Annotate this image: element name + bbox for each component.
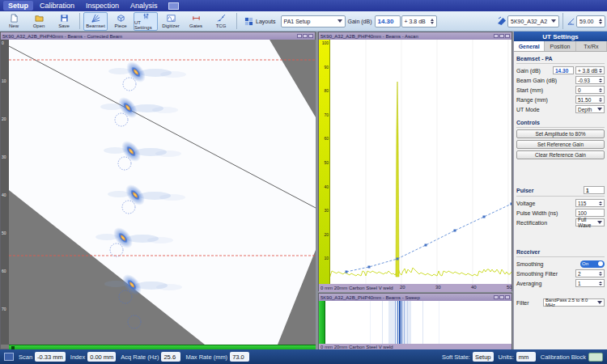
averaging-stepper[interactable]: 1 [575,279,605,287]
sector-view-titlebar[interactable]: 5K90_A32_A2B_PHP40mm - Beams - Corrected… [1,32,315,40]
sector-scan-canvas[interactable] [9,40,316,345]
spinner-arrows-icon[interactable] [599,69,602,73]
ascan-view-titlebar[interactable]: 5K90_A32_A2B_PHP40mm - Beams - Ascan [319,32,511,40]
filter-value: BandPass 2.5 to 8.0 MHz [545,298,596,307]
smoothing-filter-stepper[interactable]: 2 [575,269,605,277]
set-amplitude-button[interactable]: Set Amplitude to 80% [516,129,605,138]
new-button-label: New [9,23,19,28]
receiver-section-header: Receiver [516,247,605,257]
amplitude-label: 20 [324,232,329,237]
ascan-axis-strip: 0 mm 20mm Carbon Steel V weld 20304050 [319,284,511,292]
spinner-arrows-icon[interactable] [599,78,602,83]
ut-mode-select[interactable]: Depth [575,105,605,113]
menu-setup[interactable]: Setup [3,1,33,11]
index-value: 0.00 mm [87,352,116,362]
rectification-select[interactable]: Full Wave [575,218,605,226]
sweep-view-titlebar[interactable]: 5K90_A32_A2B_PHP40mm - Beams - Sweep [319,294,511,301]
range-stepper[interactable]: 51.50 [575,95,605,104]
start-stepper[interactable]: 0 [575,86,605,94]
spinner-arrows-icon[interactable] [599,272,602,276]
set-reference-gain-button[interactable]: Set Reference Gain [516,140,605,149]
spinner-arrows-icon[interactable] [599,201,602,205]
save-button[interactable]: Save [52,12,76,31]
tab-txrx[interactable]: Tx/Rx [576,41,607,51]
echo-tail [152,107,178,113]
menu-inspection[interactable]: Inspection [81,1,124,11]
tab-position[interactable]: Position [545,41,575,51]
chevron-down-icon [551,19,556,23]
amplitude-label: 40 [324,184,329,189]
close-icon[interactable] [505,295,510,299]
digitizer-button[interactable]: Digitizer [159,12,183,31]
piece-button[interactable]: Piece [108,12,133,31]
layouts-button[interactable]: Layouts [240,12,280,31]
gates-button[interactable]: Gates [184,12,208,31]
filter-select[interactable]: BandPass 2.5 to 8.0 MHz [543,298,605,307]
tab-general[interactable]: General [514,41,545,51]
tcg-point[interactable] [511,203,512,205]
tcg-point[interactable] [425,244,427,247]
axis-tick-label: 30 [435,285,441,290]
setup-select[interactable]: PA1 Setup [281,15,346,28]
pulser-number-box[interactable]: 1 [584,186,605,194]
close-icon[interactable] [308,34,313,38]
sweep-echo-line [401,301,402,344]
spinner-arrows-icon[interactable] [431,19,434,24]
tcg-point[interactable] [397,258,399,260]
spinner-arrows-icon[interactable] [599,19,602,24]
spinner-arrows-icon[interactable] [599,88,602,92]
echo-tail [160,71,186,78]
smoothing-toggle[interactable]: On [580,260,605,268]
maximize-icon[interactable] [303,34,308,38]
angle-stepper[interactable]: 59.00 [576,15,605,28]
menu-bar: Setup Calibration Inspection Analysis [0,0,607,11]
maximize-icon[interactable] [499,295,504,299]
view-menu-icon[interactable] [297,34,302,38]
piece-button-label: Piece [114,23,126,28]
open-button[interactable]: Open [27,12,51,31]
ut-settings-button[interactable]: UT Settings [134,12,158,31]
menu-calibration[interactable]: Calibration [35,1,79,11]
window-layout-icon[interactable] [168,2,179,10]
layouts-button-label: Layouts [256,19,276,24]
tcg-point[interactable] [483,216,486,218]
maximize-icon[interactable] [499,34,504,38]
view-controls [494,295,510,299]
pulse-width-input[interactable]: 100 [575,209,605,217]
tcg-curve[interactable] [346,204,511,272]
pulser-number: 1 [586,188,589,193]
ascan-canvas[interactable] [330,40,511,284]
tcg-point[interactable] [368,266,371,269]
gain-value-box[interactable]: 14.30 [375,15,401,28]
amplitude-label: 70 [324,112,329,117]
calibration-block-indicator[interactable] [588,353,603,362]
close-icon[interactable] [505,34,510,38]
voltage-stepper[interactable]: 115 [575,199,605,207]
ascan-view: 5K90_A32_A2B_PHP40mm - Beams - Ascan 100… [318,32,512,291]
gain-offset-stepper[interactable]: + 3.8 dB [575,66,605,74]
spinner-arrows-icon[interactable] [599,98,602,102]
gain-row: Gain (dB) 14.30 + 3.8 dB [516,66,605,75]
beam-gain-stepper[interactable]: -0.93 [575,76,605,84]
tcg-button[interactable]: TCG [209,12,233,31]
clear-reference-gain-button[interactable]: Clear Reference Gain [516,150,605,159]
tcg-point[interactable] [346,271,348,273]
tcg-point[interactable] [454,230,456,232]
gain-offset-value: + 3.8 dB [578,68,597,74]
view-menu-icon[interactable] [494,34,499,38]
status-icon[interactable] [4,353,14,361]
view-controls [494,34,510,38]
amplitude-label: 10 [324,256,329,260]
gain-value-box[interactable]: 14.30 [553,66,574,74]
menu-analysis[interactable]: Analysis [125,1,163,11]
sweep-canvas[interactable] [325,301,511,344]
beamset-button[interactable]: Beamset [83,12,108,31]
new-button[interactable]: New [2,12,26,31]
acq-rate-value: 25.6 [161,352,180,362]
spinner-arrows-icon[interactable] [599,281,602,286]
view-menu-icon[interactable] [494,295,499,299]
probe-select[interactable]: 5K90_A32_A2 [507,15,559,28]
pulser-section-header: Pulser 1 [516,184,605,197]
gain-offset-stepper[interactable]: + 3.8 dB [401,15,437,28]
view-controls [297,34,313,38]
